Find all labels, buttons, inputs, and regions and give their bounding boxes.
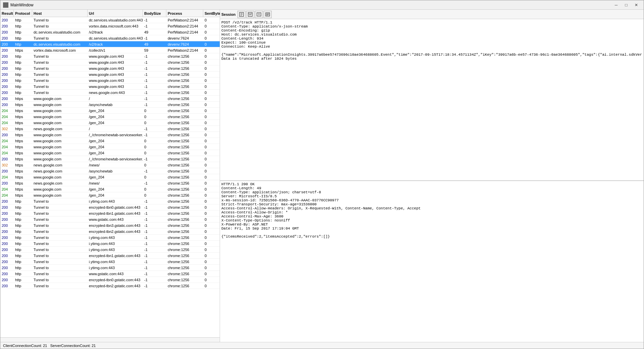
toolbar-btn-4[interactable]: [264, 11, 272, 18]
request-panel[interactable]: POST /v2/track HTTP/1.1 Content-Type: ap…: [220, 19, 644, 181]
cell-sentbytes: 0: [203, 23, 220, 29]
cell-protocol: https: [14, 186, 32, 192]
table-row[interactable]: 204httpswww.google.com/gen_2040chrome:12…: [0, 138, 220, 144]
cell-result: 204: [0, 186, 14, 192]
cell-url: /_/chrome/newtab-serviceworker.js: [88, 156, 143, 162]
table-row[interactable]: 302httpsnews.google.com/-1chrome:125600: [0, 126, 220, 132]
cell-protocol: https: [14, 47, 32, 53]
table-row[interactable]: 200httpTunnel toencrypted-tbn1.gstatic.c…: [0, 253, 220, 259]
cell-sentbytes: 0: [203, 210, 220, 216]
table-row[interactable]: 200httpdc.services.visualstudio.com/v2/t…: [0, 29, 220, 35]
table-row[interactable]: 204httpswww.google.com/gen_2040chrome:12…: [0, 114, 220, 120]
table-row[interactable]: 204httpswww.google.com/gen_2040chrome:12…: [0, 186, 220, 192]
cell-url: www.gstatic.com:443: [88, 271, 143, 277]
cell-host: Tunnel to: [32, 247, 88, 252]
cell-bodysize: -1: [143, 35, 166, 41]
raw-icon: [265, 12, 270, 17]
cell-sentbytes: 0: [203, 90, 220, 95]
table-row[interactable]: 200httpswww.google.com/_/chrome/newtab-s…: [0, 156, 220, 162]
cell-url: www.google.com:443: [88, 78, 143, 83]
table-row[interactable]: 200httpTunnel toencrypted-tbn0.gstatic.c…: [0, 204, 220, 210]
table-row[interactable]: 200httpTunnel toi.ytimg.com:443-1chrome:…: [0, 247, 220, 253]
cell-process: chrome:1256: [166, 247, 203, 252]
cell-bodysize: -1: [143, 222, 166, 228]
cell-process: chrome:1256: [166, 96, 203, 101]
table-body[interactable]: 200httpTunnel todc.services.visualstudio…: [0, 17, 220, 337]
table-row[interactable]: 200httpTunnel todc.services.visualstudio…: [0, 35, 220, 41]
cell-host: Tunnel to: [32, 229, 88, 234]
toolbar-btn-2[interactable]: [246, 11, 254, 18]
table-row[interactable]: 200httpswww.google.com/async/newtab-1chr…: [0, 102, 220, 108]
cell-result: 200: [0, 271, 14, 277]
cell-bodysize: 0: [143, 120, 166, 126]
table-row[interactable]: 200httpTunnel towww.google.com:443-1chro…: [0, 71, 220, 78]
cell-sentbytes: 0: [203, 150, 220, 156]
cell-protocol: https: [14, 192, 32, 198]
table-row[interactable]: 200httpTunnel toencrypted-tbn2.gstatic.c…: [0, 283, 220, 289]
table-row[interactable]: 200httpdc.services.visualstudio.com/v2/t…: [0, 41, 220, 47]
cell-url: /gen_204: [88, 144, 143, 150]
toolbar-btn-1[interactable]: [237, 11, 246, 18]
cell-result: 200: [0, 35, 14, 41]
cell-protocol: https: [14, 180, 32, 186]
table-row[interactable]: 200httpTunnel tovortex.data.microsoft.co…: [0, 23, 220, 29]
table-row[interactable]: 200httpTunnel todc.services.visualstudio…: [0, 17, 220, 23]
table-row[interactable]: 200httpswww.google.com/_/chrome/newtab-s…: [0, 132, 220, 138]
cell-process: chrome:1256: [166, 222, 203, 228]
cell-sentbytes: 0: [203, 59, 220, 65]
cell-bodysize: -1: [143, 132, 166, 138]
table-row[interactable]: 200httpTunnel toencrypted-tbn1.gstatic.c…: [0, 210, 220, 216]
table-row[interactable]: 200httpTunnel toi.ytimg.com:443-1chrome:…: [0, 198, 220, 204]
table-row[interactable]: 200httpTunnel toi.ytimg.com:443-1chrome:…: [0, 235, 220, 241]
cell-result: 200: [0, 253, 14, 258]
table-row[interactable]: 204httpswww.google.com/gen_2040chrome:12…: [0, 150, 220, 156]
col-url: Url: [88, 10, 143, 17]
table-row[interactable]: 204httpswww.google.com/gen_2040chrome:12…: [0, 108, 220, 114]
close-button[interactable]: ✕: [632, 2, 641, 8]
table-row[interactable]: 200httpTunnel tonews.google.com:443-1chr…: [0, 90, 220, 96]
table-row[interactable]: 200httpTunnel toencrypted-tbn2.gstatic.c…: [0, 229, 220, 235]
table-row[interactable]: 200httpTunnel toencrypted-tbn0.gstatic.c…: [0, 277, 220, 283]
table-row[interactable]: 200httpTunnel towww.gstatic.com:443-1chr…: [0, 216, 220, 222]
table-row[interactable]: 200httpTunnel towww.google.com:443-1chro…: [0, 84, 220, 90]
table-row[interactable]: 200httpsnews.google.com/news/-1chrome:12…: [0, 180, 220, 186]
table-row[interactable]: 200httpTunnel toencrypted-tbn3.gstatic.c…: [0, 222, 220, 229]
cell-bodysize: -1: [143, 168, 166, 174]
table-row[interactable]: 200httpTunnel toi.ytimg.com:443-1chrome:…: [0, 241, 220, 247]
cell-host: Tunnel to: [32, 216, 88, 222]
table-row[interactable]: 200httpTunnel towww.gstatic.com:443-1chr…: [0, 271, 220, 277]
cell-process: chrome:1256: [166, 138, 203, 144]
cell-sentbytes: 0: [203, 132, 220, 138]
main-window: MainWindow ─ □ ✕ Result Protocol Host Ur…: [0, 0, 644, 349]
table-row[interactable]: 200httpswww.google.com/-1chrome:125600: [0, 96, 220, 102]
table-row[interactable]: 200httpsnews.google.com/async/newtab-1ch…: [0, 168, 220, 174]
response-panel[interactable]: HTTP/1.1 200 OK Content-Length: 49 Conte…: [220, 181, 644, 342]
cell-sentbytes: 0: [203, 138, 220, 144]
cell-result: 200: [0, 29, 14, 35]
table-row[interactable]: 200httpTunnel toi.ytimg.com:443-1chrome:…: [0, 259, 220, 265]
table-row[interactable]: 200httpTunnel towww.google.com:443-1chro…: [0, 65, 220, 71]
table-row[interactable]: 204httpswww.google.com/gen_2040chrome:12…: [0, 174, 220, 180]
cell-result: 200: [0, 180, 14, 186]
cell-protocol: http: [14, 229, 32, 234]
cell-bodysize: -1: [143, 235, 166, 240]
table-row[interactable]: 204httpswww.google.com/gen_2040chrome:12…: [0, 144, 220, 150]
table-row[interactable]: 200httpTunnel towww.google.com:443-1chro…: [0, 59, 220, 65]
table-row[interactable]: 302httpsnews.google.com/news/0chrome:125…: [0, 162, 220, 168]
table-row[interactable]: 204httpswww.google.com/gen_2040chrome:12…: [0, 192, 220, 198]
cell-bodysize: 0: [143, 114, 166, 119]
minimize-button[interactable]: ─: [611, 2, 621, 8]
table-row[interactable]: 200httpTunnel towww.google.com:443-1chro…: [0, 78, 220, 84]
cell-process: chrome:1256: [166, 259, 203, 264]
horizontal-scrollbar[interactable]: [0, 337, 220, 342]
cell-result: 204: [0, 192, 14, 198]
table-row[interactable]: 200httpsvortex.data.microsoft.com/collec…: [0, 47, 220, 53]
cell-bodysize: -1: [143, 271, 166, 277]
cell-host: www.google.com: [32, 108, 88, 113]
toolbar-btn-3[interactable]: [255, 11, 263, 18]
cell-result: 200: [0, 210, 14, 216]
maximize-button[interactable]: □: [622, 2, 631, 8]
table-row[interactable]: 204httpswww.google.com/gen_2040chrome:12…: [0, 120, 220, 126]
table-row[interactable]: 200httpTunnel toi.ytimg.com:443-1chrome:…: [0, 265, 220, 271]
table-row[interactable]: 200httpTunnel towww.google.com:443-1chro…: [0, 53, 220, 59]
